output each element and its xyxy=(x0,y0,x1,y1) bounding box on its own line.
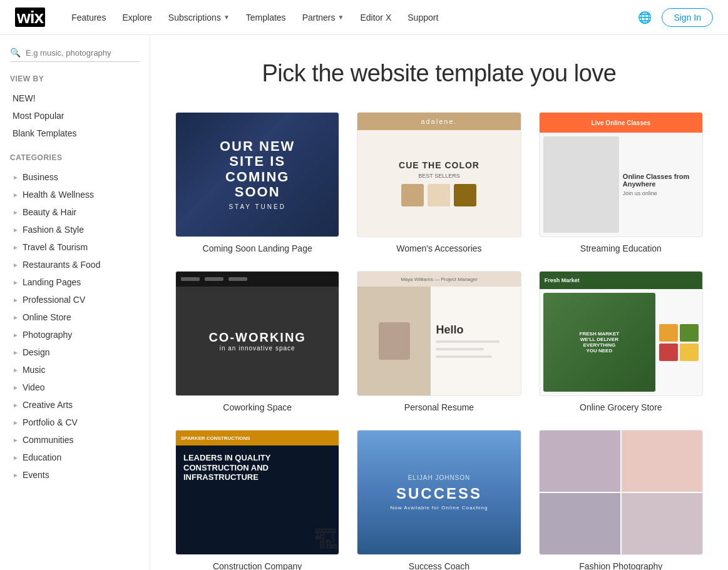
sidebar-item-photography[interactable]: ► Photography xyxy=(10,326,140,344)
sidebar-item-events[interactable]: ► Events xyxy=(10,466,140,484)
grocery-hero-text: FRESH MARKETWE'LL DELIVEREVERYTHINGYOU N… xyxy=(580,331,620,354)
template-name-construction-company: Construction Company xyxy=(175,561,339,570)
landing-chevron-icon: ► xyxy=(13,279,19,286)
template-card-success-coach[interactable]: ELIJAH JOHNSON SUCCESS Now Available for… xyxy=(357,430,521,570)
beauty-chevron-icon: ► xyxy=(13,209,19,216)
events-chevron-icon: ► xyxy=(13,472,19,479)
fashion-chevron-icon: ► xyxy=(13,226,19,233)
coworking-co: CO-WORKING xyxy=(208,330,306,345)
sidebar-item-portfolio-cv[interactable]: ► Portfolio & CV xyxy=(10,414,140,431)
sidebar-item-new[interactable]: NEW! xyxy=(10,89,140,107)
view-by-label: View by xyxy=(10,74,140,83)
sidebar-item-communities[interactable]: ► Communities xyxy=(10,431,140,449)
template-card-online-grocery[interactable]: Fresh Market FRESH MARKETWE'LL DELIVEREV… xyxy=(539,271,703,412)
fashion-photo-cell-3 xyxy=(540,493,620,554)
sidebar-item-design[interactable]: ► Design xyxy=(10,344,140,361)
nav-templates[interactable]: Templates xyxy=(240,9,292,26)
crane-icon: 🏗 xyxy=(314,526,339,554)
success-title: SUCCESS xyxy=(390,485,488,502)
fashion-photo-cell-2 xyxy=(622,430,702,492)
logo[interactable]: wix xyxy=(15,8,45,28)
resume-right: Hello xyxy=(431,287,520,395)
template-card-coming-soon[interactable]: OUR NEWSITE ISCOMINGSOON STAY TUNED Comi… xyxy=(175,112,339,253)
grocery-item-4 xyxy=(680,344,699,361)
communities-chevron-icon: ► xyxy=(13,437,19,444)
template-card-construction-company[interactable]: SPARKER CONSTRUCTIONS LEADERS IN QUALITY… xyxy=(175,430,339,570)
grocery-item-2 xyxy=(680,324,699,342)
template-card-fashion-photography[interactable]: Fashion Photography xyxy=(539,430,703,570)
proCV-chevron-icon: ► xyxy=(13,297,19,303)
template-name-personal-resume: Personal Resume xyxy=(357,402,521,412)
sidebar-item-blank-templates[interactable]: Blank Templates xyxy=(10,125,140,142)
sidebar-item-most-popular[interactable]: Most Popular xyxy=(10,107,140,125)
nav-partners[interactable]: Partners ▼ xyxy=(296,9,351,26)
resume-hello: Hello xyxy=(436,323,515,337)
page-title: Pick the website template you love xyxy=(175,60,703,87)
travel-chevron-icon: ► xyxy=(13,244,19,251)
template-card-streaming-education[interactable]: Live Online Classes Online Classes from … xyxy=(539,112,703,253)
health-chevron-icon: ► xyxy=(13,191,19,198)
bag-3 xyxy=(454,184,476,206)
resume-header: Maya Williams — Project Manager xyxy=(357,272,520,287)
bag-2 xyxy=(428,184,450,206)
sidebar-item-music[interactable]: ► Music xyxy=(10,361,140,379)
sidebar-item-online-store[interactable]: ► Online Store xyxy=(10,308,140,326)
fashion-photo-cell-1 xyxy=(540,430,620,492)
template-name-coming-soon: Coming Soon Landing Page xyxy=(175,243,339,253)
template-thumb-fashion-photo xyxy=(539,430,703,555)
sidebar-item-fashion-style[interactable]: ► Fashion & Style xyxy=(10,221,140,238)
streaming-sub: Join us online xyxy=(623,190,699,196)
education-chevron-icon: ► xyxy=(13,454,19,461)
sidebar-item-health-wellness[interactable]: ► Health & Wellness xyxy=(10,186,140,203)
sidebar: 🔍 View by NEW! Most Popular Blank Templa… xyxy=(0,35,150,570)
womens-acc-body: CUE THE COLOR BEST SELLERS xyxy=(357,130,520,237)
nav-editor-x[interactable]: Editor X xyxy=(354,9,397,26)
template-name-streaming-education: Streaming Education xyxy=(539,243,703,253)
nav-right: 🌐 Sign In xyxy=(638,8,713,27)
success-sub: Now Available for Online Coaching xyxy=(390,505,488,511)
streaming-top-text: Live Online Classes xyxy=(592,120,651,126)
sidebar-item-creative-arts[interactable]: ► Creative Arts xyxy=(10,396,140,414)
template-name-fashion-photography: Fashion Photography xyxy=(539,561,703,570)
resume-line-3 xyxy=(436,355,491,358)
womens-acc-shop: BEST SELLERS xyxy=(418,173,459,179)
nav-links: Features Explore Subscriptions ▼ Templat… xyxy=(65,9,638,26)
grocery-items xyxy=(659,293,699,392)
grocery-logo: Fresh Market xyxy=(545,277,580,283)
sidebar-item-education[interactable]: ► Education xyxy=(10,449,140,466)
sidebar-item-travel-tourism[interactable]: ► Travel & Tourism xyxy=(10,238,140,256)
sidebar-item-restaurants-food[interactable]: ► Restaurants & Food xyxy=(10,256,140,273)
categories-label: Categories xyxy=(10,153,140,162)
template-thumb-streaming: Live Online Classes Online Classes from … xyxy=(539,112,703,237)
template-name-online-grocery: Online Grocery Store xyxy=(539,402,703,412)
nav-subscriptions[interactable]: Subscriptions ▼ xyxy=(162,9,236,26)
template-thumb-coworking: CO-WORKING in an innovative space xyxy=(175,271,339,396)
template-card-womens-accessories[interactable]: adalene. CUE THE COLOR BEST SELLERS Wome… xyxy=(357,112,521,253)
streaming-title: Online Classes from Anywhere xyxy=(623,173,699,188)
grocery-body: FRESH MARKETWE'LL DELIVEREVERYTHINGYOU N… xyxy=(540,289,702,395)
music-chevron-icon: ► xyxy=(13,367,19,374)
sidebar-item-beauty-hair[interactable]: ► Beauty & Hair xyxy=(10,203,140,221)
coming-soon-content: OUR NEWSITE ISCOMINGSOON STAY TUNED xyxy=(220,139,295,210)
partners-chevron-icon: ▼ xyxy=(338,14,344,21)
photography-chevron-icon: ► xyxy=(13,332,19,338)
nav-features[interactable]: Features xyxy=(65,9,112,26)
sign-in-button[interactable]: Sign In xyxy=(662,8,713,27)
template-name-womens-accessories: Women's Accessories xyxy=(357,243,521,253)
template-card-coworking-space[interactable]: CO-WORKING in an innovative space Cowork… xyxy=(175,271,339,412)
nav-explore[interactable]: Explore xyxy=(116,9,158,26)
sidebar-item-professional-cv[interactable]: ► Professional CV xyxy=(10,291,140,308)
grocery-header: Fresh Market xyxy=(540,272,702,289)
globe-icon[interactable]: 🌐 xyxy=(638,11,652,24)
sidebar-item-video[interactable]: ► Video xyxy=(10,379,140,396)
womens-acc-bags xyxy=(401,184,476,206)
bag-1 xyxy=(401,184,424,206)
search-input[interactable] xyxy=(26,48,140,58)
restaurants-chevron-icon: ► xyxy=(13,262,19,268)
sidebar-item-landing-pages[interactable]: ► Landing Pages xyxy=(10,273,140,291)
template-card-personal-resume[interactable]: Maya Williams — Project Manager Hello xyxy=(357,271,521,412)
store-chevron-icon: ► xyxy=(13,314,19,321)
page-layout: 🔍 View by NEW! Most Popular Blank Templa… xyxy=(0,35,728,570)
nav-support[interactable]: Support xyxy=(401,9,444,26)
sidebar-item-business[interactable]: ► Business xyxy=(10,168,140,186)
